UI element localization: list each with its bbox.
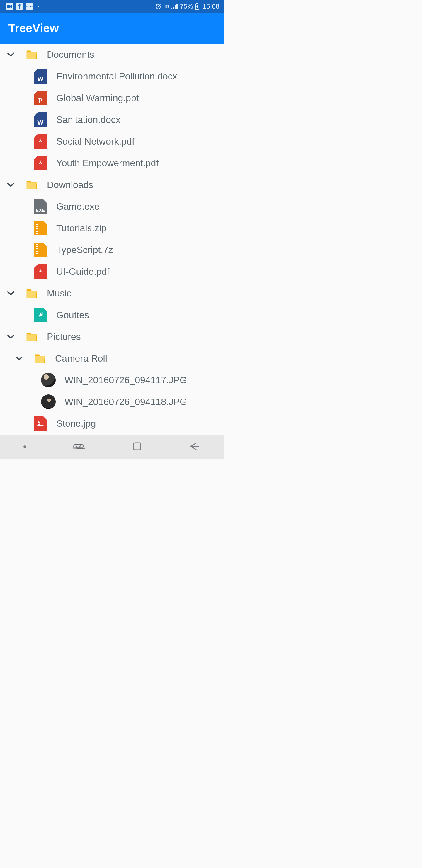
file-label: Social Network.pdf xyxy=(56,136,134,147)
file-item[interactable]: Youth Empowerment.pdf xyxy=(0,152,224,174)
file-label: WIN_20160726_094118.JPG xyxy=(64,397,187,407)
word-file-icon: W xyxy=(33,113,47,127)
folder-icon xyxy=(25,178,39,192)
folder-icon xyxy=(25,48,39,62)
paytm-icon: PAYTM xyxy=(26,3,33,10)
chevron-down-icon[interactable] xyxy=(5,49,17,60)
zip-file-icon xyxy=(33,243,47,257)
file-label: Youth Empowerment.pdf xyxy=(56,158,159,168)
folder-label: Camera Roll xyxy=(55,353,107,364)
chevron-down-icon[interactable] xyxy=(5,179,17,190)
back-button[interactable] xyxy=(189,442,200,452)
file-item[interactable]: UI-Guide.pdf xyxy=(0,261,224,282)
folder-downloads[interactable]: Downloads xyxy=(0,174,224,195)
svg-rect-0 xyxy=(7,5,10,8)
photo-thumbnail-icon xyxy=(41,395,56,409)
file-item[interactable]: WIN_20160726_094117.JPG xyxy=(0,369,224,391)
file-item[interactable]: P Global Warming.ppt xyxy=(0,87,224,109)
svg-rect-7 xyxy=(197,3,198,4)
more-notifications-icon xyxy=(37,6,39,7)
pdf-file-icon xyxy=(33,156,47,170)
file-label: Stone.jpg xyxy=(56,418,96,429)
recents-button[interactable] xyxy=(73,442,85,452)
file-item[interactable]: WIN_20160726_094118.JPG xyxy=(0,391,224,412)
file-label: WIN_20160726_094117.JPG xyxy=(64,375,187,385)
file-label: UI-Guide.pdf xyxy=(56,266,109,277)
nav-indicator-icon xyxy=(24,445,26,448)
battery-percent: 75% xyxy=(180,3,193,10)
file-label: Sanitation.docx xyxy=(56,114,121,125)
file-label: Gouttes xyxy=(56,310,89,320)
file-item[interactable]: Stone.jpg xyxy=(0,412,224,434)
page-title: TreeView xyxy=(8,22,59,35)
file-item[interactable]: W Environmental Pollution.docx xyxy=(0,65,224,87)
status-right: 4G 75% 15:08 xyxy=(155,3,220,10)
video-chat-icon xyxy=(6,3,13,10)
signal-icon xyxy=(171,3,178,9)
status-bar: f PAYTM 4G 75% 15:08 xyxy=(0,0,224,13)
folder-label: Music xyxy=(47,288,71,299)
folder-label: Downloads xyxy=(47,180,93,190)
pdf-file-icon xyxy=(33,134,47,148)
network-type: 4G xyxy=(164,4,169,8)
facebook-icon: f xyxy=(16,3,23,10)
folder-icon xyxy=(33,351,47,365)
file-item[interactable]: Gouttes xyxy=(0,304,224,326)
file-item[interactable]: EXE Game.exe xyxy=(0,195,224,217)
folder-camera-roll[interactable]: Camera Roll xyxy=(0,347,224,369)
android-nav-bar xyxy=(0,435,224,459)
svg-rect-4 xyxy=(175,5,176,9)
chevron-down-icon[interactable] xyxy=(13,353,25,364)
app-bar: TreeView xyxy=(0,13,224,44)
folder-label: Documents xyxy=(47,49,94,60)
svg-rect-5 xyxy=(176,3,177,9)
folder-icon xyxy=(25,286,39,300)
file-item[interactable]: Tutorials.zip xyxy=(0,217,224,239)
file-label: TypeScript.7z xyxy=(56,245,113,255)
svg-point-8 xyxy=(38,422,39,423)
folder-pictures[interactable]: Pictures xyxy=(0,326,224,347)
image-file-icon xyxy=(33,416,47,431)
audio-file-icon xyxy=(33,308,47,322)
word-file-icon: W xyxy=(33,69,47,83)
home-button[interactable] xyxy=(132,441,142,453)
ppt-file-icon: P xyxy=(33,91,47,105)
clock-time: 15:08 xyxy=(201,3,220,10)
file-item[interactable]: Social Network.pdf xyxy=(0,130,224,152)
status-left: f PAYTM xyxy=(6,3,39,10)
alarm-icon xyxy=(155,3,162,10)
svg-rect-2 xyxy=(171,8,172,9)
folder-music[interactable]: Music xyxy=(0,282,224,304)
pdf-file-icon xyxy=(33,265,47,279)
file-tree: Documents W Environmental Pollution.docx… xyxy=(0,44,224,435)
exe-file-icon: EXE xyxy=(33,199,47,214)
file-label: Environmental Pollution.docx xyxy=(56,71,177,82)
svg-rect-9 xyxy=(134,443,141,450)
battery-charging-icon xyxy=(195,3,200,10)
file-label: Game.exe xyxy=(56,201,100,212)
file-label: Tutorials.zip xyxy=(56,223,106,234)
svg-rect-3 xyxy=(173,7,174,9)
file-label: Global Warming.ppt xyxy=(56,93,139,103)
zip-file-icon xyxy=(33,221,47,235)
photo-thumbnail-icon xyxy=(41,373,56,388)
chevron-down-icon[interactable] xyxy=(5,331,17,342)
folder-documents[interactable]: Documents xyxy=(0,44,224,65)
chevron-down-icon[interactable] xyxy=(5,288,17,299)
folder-label: Pictures xyxy=(47,331,81,342)
folder-icon xyxy=(25,330,39,344)
file-item[interactable]: W Sanitation.docx xyxy=(0,109,224,130)
file-item[interactable]: TypeScript.7z xyxy=(0,239,224,261)
